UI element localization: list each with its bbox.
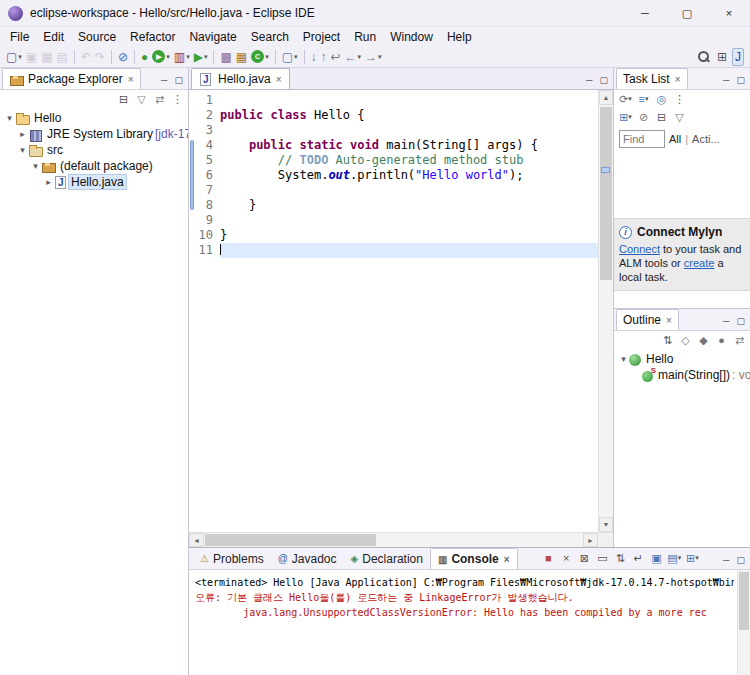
chevron-down-icon[interactable]: ▾: [645, 95, 649, 103]
close-tab-icon[interactable]: ×: [128, 74, 134, 85]
sort-button[interactable]: ⇅: [659, 332, 676, 348]
open-perspective-button[interactable]: ⊞: [715, 48, 729, 66]
code-line-5[interactable]: 5 // TODO Auto-generated method stub: [196, 153, 598, 168]
tab-javadoc[interactable]: @Javadoc: [271, 548, 344, 569]
scroll-lock-button[interactable]: ⇅: [612, 550, 628, 566]
task-presentation-button[interactable]: ≡▾: [635, 91, 652, 107]
maximize-view-icon[interactable]: ▢: [736, 555, 745, 565]
undo-button[interactable]: ↶: [79, 48, 93, 66]
expand-arrow-icon[interactable]: ▾: [618, 354, 629, 364]
chevron-down-icon[interactable]: ▾: [265, 53, 269, 61]
tab-package-explorer[interactable]: Package Explorer ×: [2, 68, 141, 89]
last-edit-location-button[interactable]: ↩: [329, 48, 343, 66]
next-annotation-button[interactable]: ↓: [309, 48, 319, 66]
view-menu-button[interactable]: ⋮: [169, 91, 186, 107]
link-with-editor-button[interactable]: ⇄: [151, 91, 168, 107]
remove-all-terminated-button[interactable]: ⊠: [576, 550, 592, 566]
java-perspective-button[interactable]: J: [732, 48, 744, 66]
code-line-3[interactable]: 3: [196, 123, 598, 138]
console-body[interactable]: <terminated> Hello [Java Application] C:…: [189, 570, 750, 675]
code-line-7[interactable]: 7: [196, 183, 598, 198]
tab-hello-java[interactable]: Hello.java ×: [191, 68, 290, 89]
filters-button[interactable]: ▽: [133, 91, 150, 107]
word-wrap-button[interactable]: ↵: [630, 550, 646, 566]
chevron-down-icon[interactable]: ▾: [166, 53, 170, 61]
link-connect[interactable]: Connect: [619, 243, 660, 255]
menu-edit[interactable]: Edit: [36, 28, 71, 46]
minimize-view-icon[interactable]: ─: [723, 555, 729, 565]
scroll-up-icon[interactable]: ▲: [599, 90, 613, 105]
chevron-down-icon[interactable]: ▾: [18, 53, 22, 61]
task-filters-button[interactable]: ▽: [671, 109, 688, 125]
collapse-all-button[interactable]: ⊟: [653, 109, 670, 125]
menu-source[interactable]: Source: [71, 28, 123, 46]
minimize-view-icon[interactable]: ─: [723, 316, 729, 326]
tree-item-hello[interactable]: ▾Hello: [0, 110, 188, 126]
scrollbar-thumb[interactable]: [739, 572, 749, 630]
maximize-window-button[interactable]: ▢: [666, 0, 708, 26]
scrollbar-thumb[interactable]: [205, 534, 376, 546]
menu-navigate[interactable]: Navigate: [182, 28, 243, 46]
code-line-2[interactable]: 2public class Hello {: [196, 108, 598, 123]
skip-breakpoints-button[interactable]: ⊘: [116, 48, 130, 66]
code-line-6[interactable]: 6 System.out.println("Hello world");: [196, 168, 598, 183]
chevron-down-icon[interactable]: ▾: [204, 53, 208, 61]
task-find-input[interactable]: [619, 130, 665, 148]
maximize-view-icon[interactable]: ▢: [736, 316, 745, 326]
close-window-button[interactable]: ×: [708, 0, 750, 26]
editor-horizontal-scrollbar[interactable]: ◄ ►: [189, 532, 613, 547]
tab-task-list[interactable]: Task List ×: [616, 68, 688, 89]
maximize-view-icon[interactable]: ▢: [599, 75, 608, 85]
new-class-button[interactable]: C▾: [249, 48, 271, 66]
pin-console-button[interactable]: ▣: [648, 550, 664, 566]
tree-item-main-string[interactable]: main(String[]) : void: [614, 367, 750, 383]
expand-arrow-icon[interactable]: ▾: [4, 113, 15, 123]
tree-item-jre-system-library[interactable]: ▸JRE System Library [jdk-17.0.1: [0, 126, 188, 142]
task-scope-all[interactable]: All: [669, 133, 681, 145]
chevron-down-icon[interactable]: ▾: [678, 554, 682, 562]
redo-button[interactable]: ↷: [93, 48, 107, 66]
new-task-button[interactable]: ⊞▾: [617, 109, 634, 125]
code-line-4[interactable]: 4 public static void main(String[] args)…: [196, 138, 598, 153]
run-button[interactable]: ▶▾: [150, 48, 172, 66]
menu-file[interactable]: File: [3, 28, 36, 46]
expand-arrow-icon[interactable]: ▾: [30, 161, 41, 171]
tree-item-hello-java[interactable]: ▸Hello.java: [0, 174, 188, 190]
expand-arrow-icon[interactable]: ▸: [43, 177, 54, 187]
tree-item-default-package[interactable]: ▾(default package): [0, 158, 188, 174]
editor-vertical-scrollbar[interactable]: ▲ ▼: [598, 90, 613, 532]
scroll-down-icon[interactable]: ▼: [599, 517, 613, 532]
terminate-button[interactable]: ■: [540, 550, 556, 566]
hide-static-members-button[interactable]: ◆: [695, 332, 712, 348]
scroll-right-icon[interactable]: ►: [583, 533, 598, 547]
quick-access-search-button[interactable]: [695, 48, 712, 66]
minimize-window-button[interactable]: ─: [624, 0, 666, 26]
coverage-button[interactable]: ▥▾: [172, 48, 192, 66]
new-java-project-button[interactable]: ▩: [218, 48, 233, 66]
remove-launch-button[interactable]: ×: [558, 550, 574, 566]
external-tools-button[interactable]: ▶▾: [192, 48, 210, 66]
code-line-9[interactable]: 9: [196, 213, 598, 228]
tree-item-hello[interactable]: ▾Hello: [614, 351, 750, 367]
scrollbar-thumb[interactable]: [600, 107, 612, 280]
view-menu-button[interactable]: ⋮: [671, 91, 688, 107]
expand-arrow-icon[interactable]: ▸: [17, 129, 28, 139]
console-scrollbar[interactable]: [737, 570, 750, 675]
hide-non-public-button[interactable]: ●: [713, 332, 730, 348]
maximize-view-icon[interactable]: ▢: [174, 75, 183, 85]
link-with-editor-button[interactable]: ⇄: [731, 332, 748, 348]
menu-project[interactable]: Project: [296, 28, 347, 46]
open-task-button[interactable]: ▢▾: [280, 48, 300, 66]
chevron-down-icon[interactable]: ▾: [628, 95, 632, 103]
new-wizard-button[interactable]: ▢▾: [4, 48, 24, 66]
close-tab-icon[interactable]: ×: [504, 554, 510, 565]
close-tab-icon[interactable]: ×: [675, 74, 681, 85]
tab-outline[interactable]: Outline ×: [616, 309, 679, 330]
menu-window[interactable]: Window: [383, 28, 440, 46]
task-scope-activated[interactable]: Acti...: [692, 133, 720, 145]
menu-search[interactable]: Search: [244, 28, 296, 46]
expand-arrow-icon[interactable]: ▾: [17, 145, 28, 155]
scrollbar-track[interactable]: [599, 105, 613, 517]
link-create[interactable]: create: [684, 257, 715, 269]
tab-problems[interactable]: ⚠Problems: [193, 548, 271, 569]
